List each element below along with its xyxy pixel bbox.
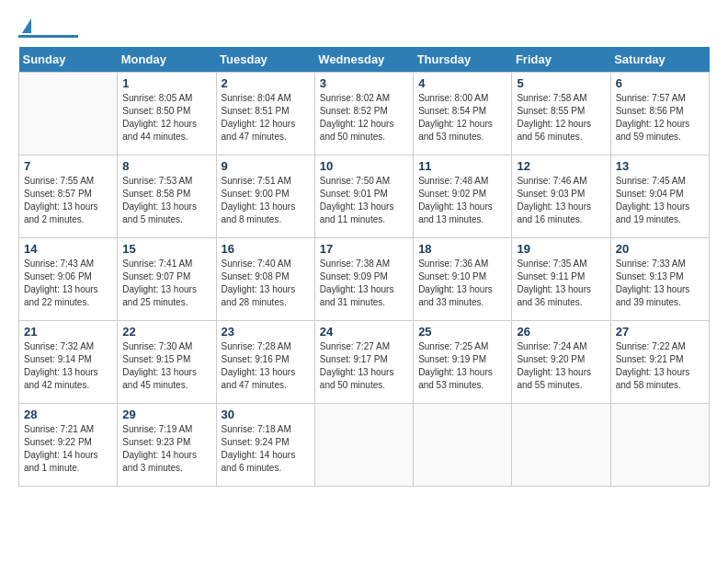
day-number: 11	[418, 159, 506, 173]
week-row-5: 28Sunrise: 7:21 AM Sunset: 9:22 PM Dayli…	[19, 404, 710, 487]
day-info: Sunrise: 7:22 AM Sunset: 9:21 PM Dayligh…	[616, 340, 704, 392]
day-number: 18	[418, 242, 506, 256]
calendar-cell: 24Sunrise: 7:27 AM Sunset: 9:17 PM Dayli…	[314, 321, 413, 404]
day-info: Sunrise: 7:57 AM Sunset: 8:56 PM Dayligh…	[616, 92, 704, 144]
calendar-table: SundayMondayTuesdayWednesdayThursdayFrid…	[18, 47, 710, 487]
day-info: Sunrise: 7:50 AM Sunset: 9:01 PM Dayligh…	[320, 175, 408, 226]
day-info: Sunrise: 7:40 AM Sunset: 9:08 PM Dayligh…	[222, 258, 310, 309]
day-info: Sunrise: 7:30 AM Sunset: 9:15 PM Dayligh…	[122, 340, 210, 392]
calendar-cell: 21Sunrise: 7:32 AM Sunset: 9:14 PM Dayli…	[19, 321, 118, 404]
day-info: Sunrise: 7:18 AM Sunset: 9:24 PM Dayligh…	[222, 423, 310, 475]
calendar-cell: 29Sunrise: 7:19 AM Sunset: 9:23 PM Dayli…	[118, 404, 216, 487]
day-info: Sunrise: 7:19 AM Sunset: 9:23 PM Dayligh…	[122, 423, 210, 475]
weekday-header-wednesday: Wednesday	[314, 47, 413, 73]
day-info: Sunrise: 7:58 AM Sunset: 8:55 PM Dayligh…	[517, 92, 605, 144]
day-number: 16	[222, 242, 310, 256]
logo-underline	[18, 35, 78, 38]
calendar-cell: 23Sunrise: 7:28 AM Sunset: 9:16 PM Dayli…	[216, 321, 314, 404]
day-number: 3	[320, 76, 408, 90]
calendar-cell: 12Sunrise: 7:46 AM Sunset: 9:03 PM Dayli…	[512, 155, 610, 238]
day-info: Sunrise: 7:46 AM Sunset: 9:03 PM Dayligh…	[517, 175, 605, 226]
day-info: Sunrise: 7:53 AM Sunset: 8:58 PM Dayligh…	[122, 175, 210, 226]
day-info: Sunrise: 7:55 AM Sunset: 8:57 PM Dayligh…	[24, 175, 112, 226]
calendar-cell: 8Sunrise: 7:53 AM Sunset: 8:58 PM Daylig…	[118, 155, 216, 238]
day-number: 5	[517, 76, 605, 90]
day-info: Sunrise: 7:43 AM Sunset: 9:06 PM Dayligh…	[24, 258, 112, 309]
calendar-cell: 19Sunrise: 7:35 AM Sunset: 9:11 PM Dayli…	[512, 238, 610, 321]
calendar-cell: 14Sunrise: 7:43 AM Sunset: 9:06 PM Dayli…	[19, 238, 118, 321]
calendar-cell: 11Sunrise: 7:48 AM Sunset: 9:02 PM Dayli…	[414, 155, 512, 238]
week-row-1: 1Sunrise: 8:05 AM Sunset: 8:50 PM Daylig…	[19, 73, 710, 155]
calendar-cell	[414, 404, 512, 487]
day-number: 21	[24, 325, 112, 339]
week-row-3: 14Sunrise: 7:43 AM Sunset: 9:06 PM Dayli…	[19, 238, 710, 321]
weekday-header-friday: Friday	[512, 47, 610, 73]
calendar-cell	[19, 73, 118, 155]
day-number: 30	[222, 408, 310, 421]
day-info: Sunrise: 7:41 AM Sunset: 9:07 PM Dayligh…	[122, 258, 210, 309]
day-info: Sunrise: 8:02 AM Sunset: 8:52 PM Dayligh…	[320, 92, 408, 144]
day-info: Sunrise: 7:35 AM Sunset: 9:11 PM Dayligh…	[517, 258, 605, 309]
calendar-cell: 13Sunrise: 7:45 AM Sunset: 9:04 PM Dayli…	[610, 155, 709, 238]
calendar-cell: 15Sunrise: 7:41 AM Sunset: 9:07 PM Dayli…	[118, 238, 216, 321]
day-info: Sunrise: 7:45 AM Sunset: 9:04 PM Dayligh…	[616, 175, 704, 226]
day-number: 9	[222, 159, 310, 173]
day-number: 20	[616, 242, 704, 256]
day-info: Sunrise: 7:51 AM Sunset: 9:00 PM Dayligh…	[222, 175, 310, 226]
calendar-cell: 1Sunrise: 8:05 AM Sunset: 8:50 PM Daylig…	[118, 73, 216, 155]
day-number: 2	[222, 76, 310, 90]
calendar-cell: 10Sunrise: 7:50 AM Sunset: 9:01 PM Dayli…	[314, 155, 413, 238]
day-info: Sunrise: 7:48 AM Sunset: 9:02 PM Dayligh…	[418, 175, 506, 226]
day-info: Sunrise: 7:28 AM Sunset: 9:16 PM Dayligh…	[222, 340, 310, 392]
weekday-header-thursday: Thursday	[414, 47, 512, 73]
day-number: 26	[517, 325, 605, 339]
day-number: 8	[122, 159, 210, 173]
weekday-header-tuesday: Tuesday	[216, 47, 314, 73]
day-number: 19	[517, 242, 605, 256]
calendar-cell: 17Sunrise: 7:38 AM Sunset: 9:09 PM Dayli…	[314, 238, 413, 321]
day-info: Sunrise: 8:04 AM Sunset: 8:51 PM Dayligh…	[222, 92, 310, 144]
logo	[18, 18, 78, 38]
day-info: Sunrise: 7:38 AM Sunset: 9:09 PM Dayligh…	[320, 258, 408, 309]
logo-triangle-icon	[22, 18, 31, 33]
day-number: 23	[222, 325, 310, 339]
calendar-cell	[314, 404, 413, 487]
day-info: Sunrise: 7:32 AM Sunset: 9:14 PM Dayligh…	[24, 340, 112, 392]
calendar-cell: 16Sunrise: 7:40 AM Sunset: 9:08 PM Dayli…	[216, 238, 314, 321]
day-number: 13	[616, 159, 704, 173]
weekday-header-row: SundayMondayTuesdayWednesdayThursdayFrid…	[19, 47, 710, 73]
calendar-cell: 25Sunrise: 7:25 AM Sunset: 9:19 PM Dayli…	[414, 321, 512, 404]
day-number: 28	[24, 408, 112, 421]
day-info: Sunrise: 7:27 AM Sunset: 9:17 PM Dayligh…	[320, 340, 408, 392]
day-info: Sunrise: 7:36 AM Sunset: 9:10 PM Dayligh…	[418, 258, 506, 309]
day-number: 10	[320, 159, 408, 173]
weekday-header-sunday: Sunday	[19, 47, 118, 73]
day-number: 17	[320, 242, 408, 256]
calendar-cell: 28Sunrise: 7:21 AM Sunset: 9:22 PM Dayli…	[19, 404, 118, 487]
calendar-cell: 18Sunrise: 7:36 AM Sunset: 9:10 PM Dayli…	[414, 238, 512, 321]
page-header	[18, 18, 710, 38]
calendar-cell: 26Sunrise: 7:24 AM Sunset: 9:20 PM Dayli…	[512, 321, 610, 404]
calendar-cell	[512, 404, 610, 487]
day-number: 22	[122, 325, 210, 339]
day-number: 7	[24, 159, 112, 173]
day-number: 15	[122, 242, 210, 256]
calendar-cell: 22Sunrise: 7:30 AM Sunset: 9:15 PM Dayli…	[118, 321, 216, 404]
day-number: 6	[616, 76, 704, 90]
week-row-4: 21Sunrise: 7:32 AM Sunset: 9:14 PM Dayli…	[19, 321, 710, 404]
day-info: Sunrise: 7:21 AM Sunset: 9:22 PM Dayligh…	[24, 423, 112, 475]
day-info: Sunrise: 7:33 AM Sunset: 9:13 PM Dayligh…	[616, 258, 704, 309]
day-number: 25	[418, 325, 506, 339]
day-number: 1	[122, 76, 210, 90]
calendar-cell: 7Sunrise: 7:55 AM Sunset: 8:57 PM Daylig…	[19, 155, 118, 238]
calendar-cell: 20Sunrise: 7:33 AM Sunset: 9:13 PM Dayli…	[610, 238, 709, 321]
calendar-cell: 9Sunrise: 7:51 AM Sunset: 9:00 PM Daylig…	[216, 155, 314, 238]
calendar-cell: 3Sunrise: 8:02 AM Sunset: 8:52 PM Daylig…	[314, 73, 413, 155]
day-number: 14	[24, 242, 112, 256]
calendar-cell: 30Sunrise: 7:18 AM Sunset: 9:24 PM Dayli…	[216, 404, 314, 487]
calendar-cell	[610, 404, 709, 487]
day-info: Sunrise: 7:25 AM Sunset: 9:19 PM Dayligh…	[418, 340, 506, 392]
calendar-cell: 4Sunrise: 8:00 AM Sunset: 8:54 PM Daylig…	[414, 73, 512, 155]
calendar-cell: 2Sunrise: 8:04 AM Sunset: 8:51 PM Daylig…	[216, 73, 314, 155]
week-row-2: 7Sunrise: 7:55 AM Sunset: 8:57 PM Daylig…	[19, 155, 710, 238]
